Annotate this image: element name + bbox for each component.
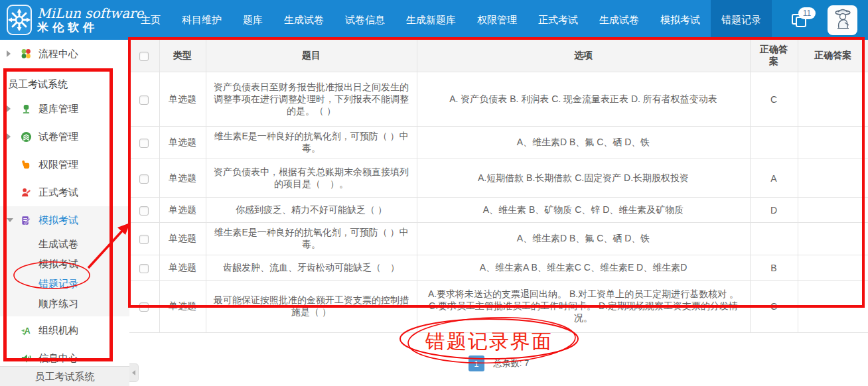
nav-item-wrong-records[interactable]: 错题记录 [711, 0, 772, 40]
select-all-checkbox[interactable] [139, 52, 149, 61]
sidebar-subitem-sequence-practice[interactable]: 顺序练习 [0, 294, 129, 314]
sidebar-item-label: 权限管理 [38, 159, 78, 171]
question-cell: 维生素E是一种良好的抗氧化剂，可预防（ ）中毒。 [206, 127, 417, 159]
answer-cell: D [750, 198, 798, 223]
sidebar-item-label: 流程中心 [38, 48, 78, 60]
user-avatar[interactable] [828, 5, 857, 35]
nav-item-permission[interactable]: 权限管理 [467, 0, 528, 40]
row-checkbox[interactable] [139, 96, 149, 105]
table-row: 单选题 你感到疲乏、精力不好可能缺乏（ ） A、维生素 B、矿物质 C、锌 D、… [129, 198, 868, 223]
sidebar-collapse-handle[interactable] [129, 363, 139, 382]
nav-item-mock-exam[interactable]: 模拟考试 [650, 0, 711, 40]
row-checkbox[interactable] [139, 139, 149, 148]
speaker-icon [19, 353, 33, 364]
col-header-options: 选项 [417, 40, 750, 72]
pagination: 1 总条数: 7 [129, 355, 868, 371]
sidebar-item-paper-mgmt[interactable]: 试卷管理 [0, 123, 129, 151]
sidebar-footer-title: 员工考试系统 [0, 366, 129, 386]
options-cell: A. 资产负债表 B. 利润表 C. 现金流量表正表 D. 所有者权益变动表 [417, 72, 750, 127]
sidebar-item-label: 组织机构 [38, 324, 78, 337]
type-cell: 单选题 [159, 198, 206, 223]
notifications-button[interactable]: 11 [790, 9, 813, 31]
sidebar-item-formal-exam[interactable]: 正式考试 [0, 178, 129, 206]
sidebar-subitem-mock-exam[interactable]: 模拟考试 [0, 254, 129, 274]
nav-item-subject-maintenance[interactable]: 科目维护 [171, 0, 232, 40]
row-checkbox[interactable] [139, 174, 149, 184]
table-row: 单选题 维生素E是一种良好的抗氧化剂，可预防（ ）中毒。 A、维生素D B、氟 … [129, 127, 868, 159]
nav-item-home[interactable]: 主页 [130, 0, 171, 40]
options-cell: A、维生素D B、氟 C、硒 D、铁 [417, 223, 750, 255]
row-checkbox[interactable] [139, 302, 149, 312]
nav-item-generate-paper-2[interactable]: 生成试卷 [589, 0, 650, 40]
total-count-label: 总条数: 7 [494, 357, 529, 369]
sidebar-item-question-bank-mgmt[interactable]: 题库管理 [0, 95, 129, 123]
type-cell: 单选题 [159, 127, 206, 159]
sidebar-item-organization[interactable]: A 组织机构 [0, 316, 129, 344]
type-cell: 单选题 [159, 223, 206, 255]
sidebar-item-process-center[interactable]: 流程中心 [0, 40, 129, 68]
row-checkbox[interactable] [139, 264, 149, 273]
sidebar-item-permission-mgmt[interactable]: 权限管理 [0, 151, 129, 178]
nav-item-question-bank[interactable]: 题库 [232, 0, 273, 40]
caret-right-icon [7, 105, 16, 112]
type-cell: 单选题 [159, 255, 206, 281]
sidebar-group-mock-exam: 模拟考试 生成试卷 模拟考试 错题记录 顺序练习 [0, 206, 129, 316]
row-select-cell [129, 281, 159, 333]
sidebar-item-mock-exam[interactable]: 模拟考试 [0, 206, 129, 234]
nav-item-generate-new-bank[interactable]: 生成新题库 [396, 0, 467, 40]
answer-cell: B [750, 255, 798, 281]
table-row: 单选题 资产负债表中，根据有关总账期末余额直接填列的项目是（ ）。 A.短期借款… [129, 159, 868, 198]
caret-right-icon [7, 50, 16, 57]
svg-text:A: A [24, 326, 30, 336]
org-structure-icon: A [19, 325, 33, 336]
col-header-answer: 正确答案 [750, 40, 798, 72]
row-checkbox[interactable] [139, 235, 149, 244]
sidebar-subitem-wrong-records[interactable]: 错题记录 [0, 274, 129, 294]
answer2-cell [798, 281, 868, 333]
row-checkbox[interactable] [139, 206, 149, 216]
compass-star-icon [7, 5, 32, 35]
row-select-cell [129, 127, 159, 159]
notification-badge: 11 [798, 7, 816, 19]
brand-logo[interactable]: MiLun software 米伦软件 [0, 0, 130, 40]
sidebar-item-label: 信息中心 [38, 352, 78, 365]
options-cell: A、维生素D B、氟 C、硒 D、铁 [417, 127, 750, 159]
table-row: 单选题 资产负债表日至财务报告批准报出日之间发生的调整事项在进行调整处理时，下列… [129, 72, 868, 127]
chevron-left-icon [132, 370, 135, 375]
question-cell: 齿龈发肿、流血、牙齿松动可能缺乏（ ） [206, 255, 417, 281]
paper-stack-icon [19, 131, 33, 143]
four-dots-icon [19, 48, 33, 59]
answer2-cell [798, 72, 868, 127]
question-cell: 维生素E是一种良好的抗氧化剂，可预防（ ）中毒。 [206, 223, 417, 255]
answer-cell [750, 223, 798, 255]
sidebar-section-title: 员工考试系统 [0, 68, 129, 95]
nav-item-paper-info[interactable]: 试卷信息 [334, 0, 396, 40]
options-cell: A、维生素A B、维生素C C、维生素E D、维生素D [417, 255, 750, 281]
nav-utility-zone: 11 [772, 0, 868, 40]
answer-cell: C [750, 281, 798, 333]
question-cell: 最可能保证按照批准的金额开工资支票的控制措施是（ ） [206, 281, 417, 333]
brand-name-zh: 米伦软件 [37, 22, 143, 34]
answer2-cell [798, 159, 868, 198]
sidebar-item-label: 模拟考试 [38, 214, 78, 227]
options-cell: A、维生素 B、矿物质 C、锌 D、维生素及矿物质 [417, 198, 750, 223]
answer-cell [750, 127, 798, 159]
nav-item-formal-exam[interactable]: 正式考试 [528, 0, 589, 40]
nav-menu: 主页 科目维护 题库 生成试卷 试卷信息 生成新题库 权限管理 正式考试 生成试… [130, 0, 772, 40]
answer2-cell [798, 127, 868, 159]
type-cell: 单选题 [159, 281, 206, 333]
nav-item-generate-paper[interactable]: 生成试卷 [273, 0, 334, 40]
table-row: 单选题 最可能保证按照批准的金额开工资支票的控制措施是（ ） A.要求将未送达的… [129, 281, 868, 333]
answer2-cell [798, 255, 868, 281]
row-select-cell [129, 255, 159, 281]
sidebar-subitem-generate-paper[interactable]: 生成试卷 [0, 234, 129, 254]
type-cell: 单选题 [159, 72, 206, 127]
top-nav: MiLun software 米伦软件 主页 科目维护 题库 生成试卷 试卷信息… [0, 0, 868, 40]
answer-cell: C [750, 72, 798, 127]
doc-pencil-icon [19, 215, 33, 226]
page-button-1[interactable]: 1 [469, 355, 484, 371]
row-select-cell [129, 159, 159, 198]
question-cell: 你感到疲乏、精力不好可能缺乏（ ） [206, 198, 417, 223]
table-row: 单选题 维生素E是一种良好的抗氧化剂，可预防（ ）中毒。 A、维生素D B、氟 … [129, 223, 868, 255]
row-select-cell [129, 198, 159, 223]
